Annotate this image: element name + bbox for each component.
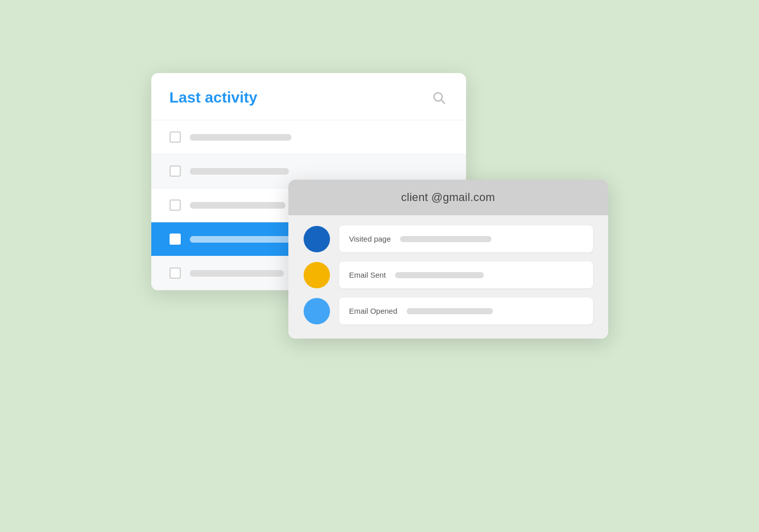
checkbox[interactable] [170, 268, 181, 279]
email-sent-label: Email Sent [349, 271, 386, 279]
skeleton-bar [190, 134, 291, 141]
dot-email-sent-icon [304, 262, 330, 288]
svg-point-0 [434, 93, 442, 101]
svg-line-1 [441, 101, 444, 104]
activity-row-email-opened: Email Opened [304, 297, 593, 324]
dot-email-opened-icon [304, 298, 330, 324]
visited-skeleton [400, 236, 491, 242]
dot-visited-icon [304, 226, 330, 252]
skeleton-bar [190, 202, 285, 209]
search-icon [432, 90, 446, 105]
email-opened-skeleton [407, 308, 493, 314]
email-sent-skeleton [395, 272, 484, 278]
checkbox[interactable] [170, 131, 181, 143]
card-left-header: Last activity [151, 73, 466, 120]
client-activity-list: Visited page Email Sent Email Opened [288, 215, 608, 339]
skeleton-bar [190, 168, 289, 175]
client-email-title: client @gmail.com [401, 191, 495, 204]
client-activity-card: client @gmail.com Visited page Email Sen… [288, 180, 608, 339]
activity-card-email-sent[interactable]: Email Sent [339, 261, 593, 288]
search-button[interactable] [430, 88, 448, 107]
list-item[interactable] [151, 120, 466, 154]
checkbox[interactable] [170, 234, 181, 245]
card-right-header: client @gmail.com [288, 180, 608, 215]
scene: Last activity [151, 73, 608, 459]
activity-card-email-opened[interactable]: Email Opened [339, 297, 593, 324]
checkbox[interactable] [170, 200, 181, 211]
visited-page-label: Visited page [349, 235, 391, 243]
last-activity-title: Last activity [170, 89, 257, 106]
email-opened-label: Email Opened [349, 307, 398, 315]
activity-row-email-sent: Email Sent [304, 261, 593, 288]
activity-row-visited: Visited page [304, 225, 593, 252]
skeleton-bar [190, 236, 302, 243]
activity-card-visited[interactable]: Visited page [339, 225, 593, 252]
skeleton-bar [190, 270, 284, 277]
checkbox[interactable] [170, 165, 181, 177]
